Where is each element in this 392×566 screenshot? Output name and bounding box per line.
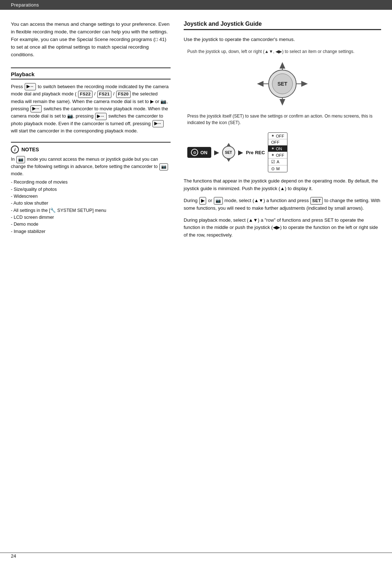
option-label-4: OFF: [276, 153, 284, 157]
circle-icon: ⊙: [271, 166, 275, 171]
top-bar: Preparations: [0, 0, 392, 10]
bottom-rule: [0, 553, 392, 553]
joystick-svg: SET: [253, 58, 311, 109]
svg-marker-0: [279, 62, 285, 69]
joystick-section-title: Joystick and Joystick Guide: [184, 21, 381, 30]
svg-marker-1: [279, 99, 285, 106]
playback-title: Playback: [11, 71, 171, 79]
section-label: Preparations: [11, 2, 39, 8]
notes-icon-box2: 📷: [159, 163, 168, 171]
menu-illustration: ⊙ ON ▶ SET ▶ Pre REC ✶: [187, 132, 381, 172]
joystick-diagram: SET: [184, 58, 381, 109]
playback-section: Playback Press ▶↔ to switch between the …: [11, 67, 171, 135]
rec-option-4: ✶ OFF: [268, 152, 287, 159]
svg-marker-11: [226, 143, 231, 147]
option-label-6: M: [276, 167, 280, 171]
list-item: Image stabilizer: [11, 228, 171, 235]
pb-sl2: /: [113, 91, 116, 97]
on-icon: ⊙: [191, 149, 198, 156]
movie-mode-icon: ▶: [199, 197, 207, 204]
joystick-intro: Use the joystick to operate the camcorde…: [184, 36, 381, 44]
down-arrow-icon: [226, 158, 231, 162]
option-label-5: A: [277, 160, 279, 164]
up-arrow-icon: [226, 143, 231, 147]
rec-option-3: ✶ ON: [268, 145, 287, 152]
rec-options-list: ✶ OFF OFF ✶ ON ✶ OFF ☑ A: [268, 132, 287, 172]
right-column: Joystick and Joystick Guide Use the joys…: [184, 21, 381, 543]
rec-option-2: OFF: [268, 139, 287, 145]
pb-switch3: ▶↔: [95, 113, 107, 120]
list-item: Auto slow shutter: [11, 200, 171, 207]
arrow-icon1: ▶: [214, 148, 219, 156]
notes-icon-box: 📷: [16, 156, 25, 163]
notes-header: i NOTES: [11, 145, 171, 153]
rec-option-1: ✶ OFF: [268, 133, 287, 139]
left-column: You can access the menus and change sett…: [11, 21, 171, 543]
notes-intro: In 📷 mode you cannot access the menus or…: [11, 156, 171, 177]
pb-fs21: FS21: [97, 91, 112, 98]
option-label-3: ON: [276, 147, 282, 151]
pre-label: Pre: [246, 150, 254, 155]
page-layout: You can access the menus and change sett…: [0, 10, 392, 554]
notes-list: Recording mode of movies Size/quality of…: [11, 179, 171, 235]
pb-text6: will start the camcorder in the correspo…: [11, 128, 138, 134]
svg-marker-12: [226, 158, 231, 162]
star-icon3: ✶: [271, 153, 274, 157]
notes-section: i NOTES In 📷 mode you cannot access the …: [11, 142, 171, 235]
star-icon2: ✶: [271, 146, 274, 151]
bt2-or: or: [208, 198, 213, 203]
svg-marker-3: [301, 81, 308, 87]
svg-marker-2: [257, 81, 264, 87]
list-item: Size/quality of photos: [11, 186, 171, 193]
body-text-2: During ▶ or 📷 mode, select (▲▼) a functi…: [184, 197, 381, 212]
body-text-1: The functions that appear in the joystic…: [184, 177, 381, 193]
svg-text:SET: SET: [277, 81, 287, 87]
body-text-3: During playback mode, select (▲▼) a "row…: [184, 217, 381, 239]
rec-label: REC: [255, 150, 265, 155]
intro-paragraph: You can access the menus and change sett…: [11, 21, 171, 59]
rec-option-6: ⊙ M: [268, 165, 287, 172]
playback-body: Press ▶↔ to switch between the recording…: [11, 83, 171, 135]
option-label-1: OFF: [276, 134, 284, 138]
check-icon: ☑: [271, 159, 275, 164]
arrow-icon2: ▶: [238, 148, 243, 156]
pb-fs22: FS22: [78, 91, 93, 98]
bt2-pre: During: [184, 198, 199, 203]
star-icon1: ✶: [271, 134, 274, 138]
page-number: 24: [11, 553, 16, 559]
photo-mode-icon: 📷: [214, 197, 223, 204]
pb-switch-icon: ▶↔: [25, 83, 36, 90]
press-instruction: Press the joystick itself (SET) to save …: [184, 113, 381, 126]
list-item: Recording mode of movies: [11, 179, 171, 186]
pb-switch2: ▶↔: [30, 105, 42, 112]
option-label-2: OFF: [271, 140, 279, 144]
list-item: All settings in the [🔧 SYSTEM SETUP] men…: [11, 207, 171, 214]
pb-text1: Press: [11, 84, 24, 89]
pb-fs20: FS20: [116, 91, 131, 98]
on-button: ⊙ ON: [187, 147, 211, 158]
set-circle: SET: [222, 146, 235, 159]
rec-option-5: ☑ A: [268, 159, 287, 165]
set-icon-inline: SET: [310, 197, 323, 204]
list-item: LCD screen dimmer: [11, 214, 171, 221]
pb-sl1: /: [94, 91, 97, 97]
set-label: SET: [225, 151, 232, 155]
pb-switch4: ▶↔: [152, 120, 164, 127]
list-item: Demo mode: [11, 221, 171, 228]
info-icon: i: [11, 145, 19, 153]
list-item: Widescreen: [11, 193, 171, 200]
push-instruction: Push the joystick up, down, left or righ…: [184, 49, 381, 55]
notes-title: NOTES: [21, 147, 39, 152]
bt2-post: mode, select (▲▼) a function and press: [224, 198, 310, 203]
pre-rec-label: Pre REC: [246, 150, 265, 155]
notes-body: In 📷 mode you cannot access the menus or…: [11, 156, 171, 235]
on-label: ON: [200, 150, 208, 155]
